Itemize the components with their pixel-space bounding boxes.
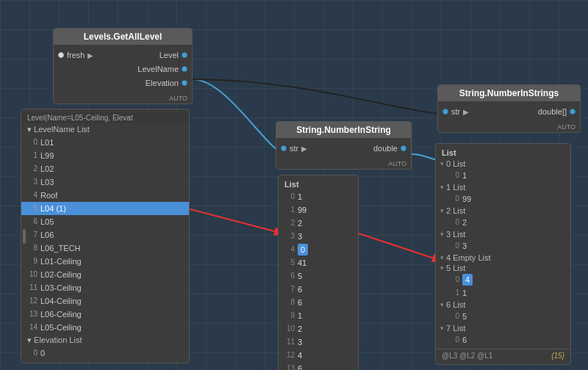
node-string2-input-str[interactable]: str ▶	[438, 106, 473, 117]
middle-list-item-0[interactable]: 01	[279, 190, 358, 203]
node-levels-output-elevation[interactable]: Elevation	[141, 77, 192, 89]
scroll-handle-left[interactable]	[23, 229, 26, 244]
right-sublist-3-item-0[interactable]: 0 3	[436, 239, 570, 253]
tree-item-3[interactable]: 3 L03	[21, 175, 189, 189]
panel-left-tree: Level(Name=L05-Ceiling, Elevat ▾ LevelNa…	[21, 109, 190, 363]
right-sublist-7-item-0[interactable]: 0 6	[436, 333, 570, 347]
right-sublist-2-header[interactable]: ▾ 2 List	[436, 206, 570, 216]
port-arrow-str2: ▶	[463, 108, 469, 116]
right-list-title: List	[436, 147, 570, 159]
panel-middle-list: List 01 199 22 33 40 541 65 76 86 91 102…	[278, 175, 359, 370]
middle-list-item-9[interactable]: 91	[279, 309, 358, 322]
elevation-item-0[interactable]: 0 0	[21, 347, 189, 360]
panel-right-list: List ▾ 0 List 0 1 ▾ 1 List 0 99 ▾ 2 List…	[435, 143, 571, 365]
tree-item-0[interactable]: 0 L01	[21, 136, 189, 149]
right-sublist-0-header[interactable]: ▾ 0 List	[436, 159, 570, 169]
node-string-number-in-strings[interactable]: String.NumberInStrings str ▶ double[] AU…	[437, 84, 581, 133]
tree-item-4[interactable]: 4 Roof	[21, 189, 189, 202]
tree-item-11[interactable]: 11 L03-Ceiling	[21, 281, 189, 294]
node-levels-output-level[interactable]: Level	[155, 49, 192, 61]
right-sublist-0-item-0[interactable]: 0 1	[436, 169, 570, 182]
empty-list-label: 4 Empty List	[446, 253, 491, 262]
node-string2-title: String.NumberInStrings	[438, 85, 580, 101]
port-dot-elevation	[182, 80, 187, 86]
input-label-str1: str	[290, 144, 298, 153]
levelname-list-section: ▾ LevelName List	[21, 123, 189, 136]
node-levels-input-fresh[interactable]: fresh ▶	[54, 49, 98, 61]
right-panel-footer: @L3 @L2 @L1 {15}	[436, 349, 570, 361]
tree-item-6[interactable]: 6 L05	[21, 215, 189, 228]
port-dot-double2	[570, 109, 576, 115]
tree-item-8[interactable]: 8 L06_TECH	[21, 242, 189, 255]
port-dot-level	[182, 52, 187, 58]
port-dot-fresh	[58, 52, 64, 58]
tree-item-7[interactable]: 7 L06	[21, 228, 189, 242]
port-dot-str1	[281, 145, 287, 151]
node-string1-footer: AUTO	[276, 159, 411, 169]
right-sublist-1-header[interactable]: ▾ 1 List	[436, 182, 570, 192]
output-label-elevation: Elevation	[146, 79, 179, 87]
right-sublist-6-header[interactable]: ▾ 6 List	[436, 300, 570, 310]
port-dot-levelname	[182, 66, 187, 72]
middle-list-item-1[interactable]: 199	[279, 203, 358, 217]
node-levels-title: Levels.GetAllLevel	[54, 29, 192, 45]
tree-item-13[interactable]: 13 L06-Ceiling	[21, 308, 189, 321]
output-label-levelname: LevelName	[137, 65, 179, 73]
node-levels-output-levelname[interactable]: LevelName	[133, 63, 192, 75]
tree-item-10[interactable]: 10 L02-Ceiling	[21, 268, 189, 281]
tree-item-12[interactable]: 12 L04-Ceiling	[21, 294, 189, 308]
panel-left-header-bar: Level(Name=L05-Ceiling, Elevat	[21, 112, 189, 123]
elevation-list-section: ▾ Elevation List	[21, 334, 189, 347]
middle-list-item-3[interactable]: 33	[279, 230, 358, 243]
right-sublist-5-item-0-selected[interactable]: 0 4	[436, 273, 570, 286]
right-sublist-5-header[interactable]: ▾ 5 List	[436, 263, 570, 273]
right-sublist-7-header[interactable]: ▾ 7 List	[436, 323, 570, 333]
middle-list-item-2[interactable]: 22	[279, 217, 358, 230]
right-sublist-5-item-1[interactable]: 1 1	[436, 286, 570, 300]
right-footer-count: {15}	[551, 352, 564, 360]
port-dot-str2	[442, 109, 448, 115]
middle-list-item-4-selected[interactable]: 40	[279, 243, 358, 256]
port-arrow-str1: ▶	[301, 145, 307, 153]
port-arrow-fresh: ▶	[87, 51, 93, 59]
tree-item-5-selected[interactable]: 5 L04 (1)	[21, 202, 189, 215]
port-dot-double1	[401, 145, 406, 151]
right-sublist-3-header[interactable]: ▾ 3 List	[436, 229, 570, 239]
tree-item-2[interactable]: 2 L02	[21, 162, 189, 175]
middle-list-title: List	[279, 178, 358, 190]
tree-item-14[interactable]: 14 L05-Ceiling	[21, 321, 189, 334]
output-label-double1: double	[373, 144, 398, 153]
tree-item-1[interactable]: 1 L99	[21, 149, 189, 162]
node-levels-get-all-level[interactable]: Levels.GetAllLevel fresh ▶ Level LevelNa…	[53, 28, 193, 104]
node-string1-title: String.NumberInString	[276, 122, 411, 138]
right-footer-ref: @L3 @L2 @L1	[442, 352, 492, 360]
output-label-level: Level	[159, 51, 179, 59]
input-label-fresh: fresh	[67, 51, 85, 59]
right-sublist-4-header[interactable]: ▾ 4 Empty List	[436, 253, 570, 263]
tree-item-9[interactable]: 9 L01-Ceiling	[21, 255, 189, 268]
node-string1-output-double[interactable]: double	[369, 142, 411, 154]
node-string2-footer: AUTO	[438, 122, 580, 132]
node-string1-input-str[interactable]: str ▶	[276, 142, 312, 154]
right-sublist-6-item-0[interactable]: 0 5	[436, 310, 570, 323]
right-sublist-1-item-0[interactable]: 0 99	[436, 192, 570, 206]
middle-list-item-12[interactable]: 124	[279, 349, 358, 362]
middle-list-item-7[interactable]: 76	[279, 283, 358, 296]
middle-list-item-6[interactable]: 65	[279, 269, 358, 283]
middle-list-item-11[interactable]: 113	[279, 335, 358, 349]
node-levels-footer: AUTO	[54, 93, 192, 104]
middle-list-item-13[interactable]: 136	[279, 362, 358, 370]
right-sublist-2-item-0[interactable]: 0 2	[436, 216, 570, 229]
middle-list-item-8[interactable]: 86	[279, 296, 358, 309]
output-label-double2: double[]	[538, 107, 567, 116]
middle-list-item-10[interactable]: 102	[279, 322, 358, 335]
node-string-number-in-string[interactable]: String.NumberInString str ▶ double AUTO	[276, 121, 412, 170]
node-string2-output-double-arr[interactable]: double[]	[534, 106, 580, 117]
input-label-str2: str	[451, 107, 460, 116]
middle-list-item-5[interactable]: 541	[279, 256, 358, 269]
